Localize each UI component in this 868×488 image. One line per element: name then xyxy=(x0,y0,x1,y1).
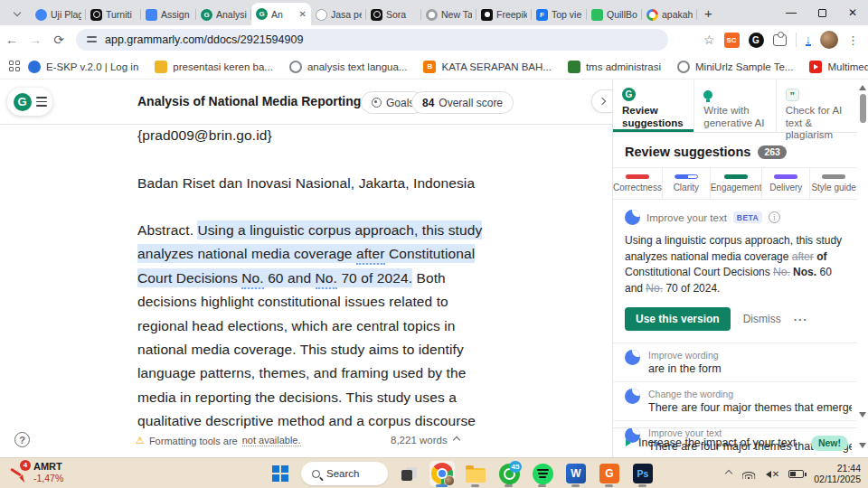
document-line[interactable]: decisions highlight constitutional issue… xyxy=(137,290,517,314)
category-style-guide[interactable]: Style guide xyxy=(809,168,857,199)
tray-chevron-up-icon[interactable] xyxy=(725,470,732,477)
volume-muted-icon[interactable]: ✕ xyxy=(766,469,778,479)
window-close-button[interactable]: ✕ xyxy=(837,0,868,25)
browser-tab-strip: Uji Plag Turniti Assign GAnalysi GAn✕ Ja… xyxy=(0,0,868,25)
bookmark-item[interactable]: presentasi keren ba... xyxy=(146,61,281,73)
document-abstract-paragraph[interactable]: Abstract. Using a linguistic corpus appr… xyxy=(137,219,517,434)
taskbar-word[interactable]: W xyxy=(563,461,589,486)
category-correctness[interactable]: Correctness xyxy=(613,168,662,199)
scroll-down-arrow[interactable] xyxy=(859,412,866,418)
back-button[interactable]: ← xyxy=(0,33,24,47)
document-line[interactable]: Abstract. Using a linguistic corpus appr… xyxy=(137,219,517,242)
browser-tab[interactable]: New Ta xyxy=(421,4,476,25)
taskbar-clock[interactable]: 21:44 02/11/2025 xyxy=(814,463,861,485)
overall-score-button[interactable]: 84 Overall score xyxy=(411,91,514,114)
browser-tab[interactable]: Assign xyxy=(141,4,196,25)
bookmark-item[interactable]: MiniUrlz Sample Te... xyxy=(669,61,801,73)
browser-tab[interactable]: apakah xyxy=(642,4,697,25)
apps-grid-icon[interactable] xyxy=(9,61,20,72)
document-line[interactable]: media in reporting the decisions. This s… xyxy=(137,386,517,409)
document-pane[interactable]: {prad009@brin.go.id} Badan Riset dan Ino… xyxy=(0,125,612,457)
windows-taskbar: 4 AMRT -1,47% Search 45 W G Ps ✕ 2 xyxy=(0,457,868,488)
document-line[interactable]: national media coverage. This study aims… xyxy=(137,338,517,361)
forward-button[interactable]: → xyxy=(24,33,47,47)
category-delivery[interactable]: Delivery xyxy=(761,168,809,199)
task-view-button[interactable] xyxy=(396,461,421,486)
more-options-button[interactable]: ··· xyxy=(794,313,808,326)
scroll-up-arrow[interactable] xyxy=(859,85,866,90)
document-title: Analysis of National Media Reporting ... xyxy=(137,94,375,108)
suggestion-list-item[interactable]: Improve wordingare in the form xyxy=(613,343,857,382)
windows-start-button[interactable] xyxy=(268,461,293,486)
tab-close-icon[interactable]: ✕ xyxy=(298,9,307,19)
browser-tab[interactable]: Freepik xyxy=(476,4,532,25)
word-count[interactable]: 8,221 words xyxy=(391,435,459,446)
taskbar-chrome[interactable] xyxy=(429,461,455,486)
grammarly-extension-icon[interactable]: G xyxy=(749,33,764,48)
browser-tab[interactable]: FTop vie xyxy=(532,4,587,25)
address-bar[interactable]: app.grammarly.com/ddocs/2921594909 xyxy=(76,29,668,51)
browser-tab[interactable]: GAnalysi xyxy=(196,4,251,25)
bookmark-favicon xyxy=(28,61,41,73)
site-settings-icon[interactable] xyxy=(87,34,98,45)
browser-tab[interactable]: Jasa pe xyxy=(311,4,366,25)
bookmark-item[interactable]: E-SKP v.2.0 | Log in xyxy=(20,61,146,73)
document-affiliation-line[interactable]: Badan Riset dan Inovasi Nasional, Jakart… xyxy=(137,175,475,192)
new-tab-button[interactable]: + xyxy=(704,5,712,21)
use-this-version-button[interactable]: Use this version xyxy=(625,307,731,331)
reload-button[interactable]: ⟳ xyxy=(47,33,71,47)
bookmark-item[interactable]: tms administrasi xyxy=(560,61,669,73)
bookmark-item[interactable]: analysis text langua... xyxy=(281,61,416,73)
sidebar-collapse-button[interactable] xyxy=(591,89,612,113)
tab-generative-ai[interactable]: Write with generative AI xyxy=(693,80,775,132)
document-line[interactable]: language patterns, themes, and framing u… xyxy=(137,361,517,385)
ai-suggestion-icon xyxy=(625,350,640,365)
category-engagement[interactable]: Engagement xyxy=(710,168,762,199)
document-line[interactable]: regional head elections, which are centr… xyxy=(137,314,517,338)
document-line[interactable]: Court Decisions No. 60 and No. 70 of 202… xyxy=(137,267,517,290)
chevron-down-icon xyxy=(14,9,21,16)
scroll-down-arrow[interactable] xyxy=(859,443,866,448)
grammarly-menu-pill[interactable]: G xyxy=(7,88,52,116)
profile-avatar[interactable] xyxy=(820,31,838,49)
bookmark-star-icon[interactable]: ☆ xyxy=(703,33,715,47)
taskbar-whatsapp[interactable]: 45 xyxy=(496,461,522,486)
bookmark-item[interactable]: BKATA SERAPAN BAH... xyxy=(415,61,559,73)
taskbar-pdf-app[interactable]: G xyxy=(597,461,622,486)
wifi-icon[interactable] xyxy=(741,468,756,479)
browser-tab[interactable]: Turniti xyxy=(86,4,141,25)
bookmark-item[interactable]: Multimedia SMK Pri... xyxy=(801,61,868,73)
window-minimize-button[interactable]: — xyxy=(776,0,807,25)
ai-suggestion-icon xyxy=(625,210,640,225)
taskbar-search[interactable]: Search xyxy=(301,462,388,485)
category-clarity[interactable]: Clarity xyxy=(662,168,710,199)
browser-tab[interactable]: Sora xyxy=(366,4,421,25)
dismiss-button[interactable]: Dismiss xyxy=(743,313,781,325)
sc-extension-icon[interactable]: SC xyxy=(724,33,740,48)
grammarly-g-icon: G xyxy=(622,88,636,101)
suggestion-list-item[interactable]: Change the wordingThere are four major t… xyxy=(613,382,857,421)
stock-down-arrow-icon: 4 xyxy=(9,464,27,482)
downloads-icon[interactable]: ↓ xyxy=(806,34,812,46)
scrollbar-thumb[interactable] xyxy=(860,94,866,123)
document-line[interactable]: analyzes national media coverage after C… xyxy=(137,242,517,266)
taskbar-spotify[interactable] xyxy=(530,461,555,486)
info-icon[interactable]: i xyxy=(769,211,780,223)
taskbar-photoshop[interactable]: Ps xyxy=(630,461,656,486)
tab-ai-plagiarism-check[interactable]: ” Check for AI text & plagiarism xyxy=(776,80,857,132)
browser-tab[interactable]: Uji Plag xyxy=(31,4,86,25)
battery-icon[interactable] xyxy=(788,470,804,478)
browser-menu-icon[interactable]: ⋮ xyxy=(847,33,859,47)
browser-tab-active[interactable]: GAn✕ xyxy=(251,3,311,25)
sidebar-scrollbar[interactable] xyxy=(857,80,868,457)
tab-review-suggestions[interactable]: G Review suggestions xyxy=(613,80,693,132)
suggestion-card[interactable]: Improve your text BETA i Using a linguis… xyxy=(613,200,857,331)
tab-search-chevron[interactable] xyxy=(5,3,29,23)
extensions-puzzle-icon[interactable] xyxy=(773,34,787,46)
document-email-line[interactable]: {prad009@brin.go.id} xyxy=(137,127,272,144)
impact-footer-banner[interactable]: Increase the impact of your text New! xyxy=(613,427,857,457)
stocks-widget[interactable]: 4 AMRT -1,47% xyxy=(9,461,63,483)
window-restore-button[interactable] xyxy=(807,0,837,25)
taskbar-file-explorer[interactable] xyxy=(463,461,488,486)
browser-tab[interactable]: QuillBo xyxy=(587,4,642,25)
